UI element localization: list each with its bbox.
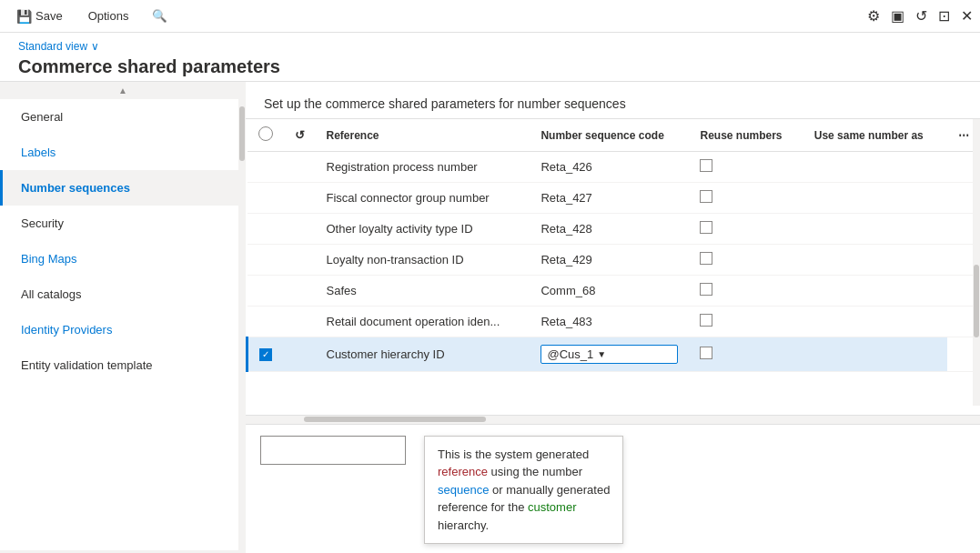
row-selected-checkbox[interactable]: ✓ bbox=[259, 348, 272, 361]
close-icon[interactable]: ✕ bbox=[961, 7, 973, 25]
sidebar-item-bing-maps[interactable]: Bing Maps bbox=[0, 241, 246, 276]
table-row: Loyalty non-transaction ID Reta_429 bbox=[248, 245, 981, 276]
tooltip-line1: This is the system generated bbox=[438, 447, 589, 461]
row-select-cell[interactable] bbox=[248, 214, 284, 245]
code-dropdown[interactable]: @Cus_1 ▼ bbox=[541, 345, 678, 364]
bottom-input[interactable] bbox=[260, 436, 406, 465]
row-same-cell bbox=[803, 337, 947, 372]
sidebar-item-label: All catalogs bbox=[21, 287, 81, 301]
horizontal-scrollbar[interactable] bbox=[246, 415, 980, 424]
title-bar-left: 💾 Save Options 🔍 bbox=[7, 5, 175, 27]
row-same-cell bbox=[803, 307, 947, 337]
row-refresh-cell[interactable] bbox=[284, 307, 316, 337]
table-row: Safes Comm_68 bbox=[248, 276, 981, 307]
sidebar-scroll-thumb bbox=[239, 106, 245, 161]
sidebar-list: General Labels Number sequences Security… bbox=[0, 99, 246, 550]
tooltip-customer: customer bbox=[528, 500, 576, 514]
panel-icon[interactable]: ▣ bbox=[891, 7, 904, 25]
search-icon: 🔍 bbox=[152, 9, 167, 23]
row-reuse-cell[interactable] bbox=[689, 245, 803, 276]
search-button[interactable]: 🔍 bbox=[145, 5, 175, 26]
row-refresh-cell[interactable] bbox=[284, 245, 316, 276]
row-code-cell: Reta_426 bbox=[530, 152, 689, 183]
sidebar-item-security[interactable]: Security bbox=[0, 206, 246, 241]
reuse-checkbox[interactable] bbox=[700, 283, 712, 296]
sidebar-item-labels[interactable]: Labels bbox=[0, 135, 246, 170]
row-refresh-cell[interactable] bbox=[284, 337, 316, 372]
table-scrollbar[interactable] bbox=[973, 119, 980, 406]
row-reuse-cell[interactable] bbox=[689, 337, 803, 372]
tooltip-sequence: sequence bbox=[438, 483, 489, 497]
tooltip-text: This is the system generated reference u… bbox=[438, 446, 610, 535]
select-all-radio[interactable] bbox=[258, 126, 273, 141]
dropdown-arrow-icon: ▼ bbox=[597, 349, 606, 359]
reuse-checkbox[interactable] bbox=[700, 252, 712, 265]
table-row: Fiscal connector group number Reta_427 bbox=[248, 183, 981, 214]
page-header: Standard view ∨ Commerce shared paramete… bbox=[0, 33, 980, 82]
sidebar-item-all-catalogs[interactable]: All catalogs bbox=[0, 276, 246, 312]
sidebar-item-general[interactable]: General bbox=[0, 99, 246, 135]
row-reuse-cell[interactable] bbox=[689, 307, 803, 337]
row-reference-cell: Fiscal connector group number bbox=[316, 183, 530, 214]
reuse-checkbox[interactable] bbox=[700, 221, 712, 234]
sidebar-item-identity-providers[interactable]: Identity Providers bbox=[0, 312, 246, 347]
main-layout: ▲ General Labels Number sequences Securi… bbox=[0, 82, 980, 553]
row-select-cell[interactable] bbox=[248, 183, 284, 214]
content-area: Set up the commerce shared parameters fo… bbox=[246, 82, 980, 553]
reuse-checkbox[interactable] bbox=[700, 314, 712, 327]
row-reuse-cell[interactable] bbox=[689, 276, 803, 307]
sidebar-scroll-up[interactable]: ▲ bbox=[0, 82, 246, 99]
row-select-cell[interactable] bbox=[248, 276, 284, 307]
tooltip-line6: reference for the bbox=[438, 500, 528, 514]
standard-view[interactable]: Standard view ∨ bbox=[18, 40, 962, 53]
row-code-cell[interactable]: @Cus_1 ▼ bbox=[530, 337, 689, 372]
col-reuse-numbers: Reuse numbers bbox=[689, 119, 803, 152]
row-refresh-cell[interactable] bbox=[284, 152, 316, 183]
sidebar-scrollbar[interactable] bbox=[238, 99, 246, 550]
popout-icon[interactable]: ⊡ bbox=[938, 7, 950, 25]
row-select-cell[interactable] bbox=[248, 245, 284, 276]
row-reference-cell: Loyalty non-transaction ID bbox=[316, 245, 530, 276]
row-code-cell: Comm_68 bbox=[530, 276, 689, 307]
row-reference-cell: Retail document operation iden... bbox=[316, 307, 530, 337]
row-reuse-cell[interactable] bbox=[689, 183, 803, 214]
row-reuse-cell[interactable] bbox=[689, 152, 803, 183]
title-bar-right: ⚙ ▣ ↺ ⊡ ✕ bbox=[867, 7, 973, 25]
col-reference: Reference bbox=[316, 119, 530, 152]
reuse-checkbox[interactable] bbox=[700, 159, 712, 172]
row-same-cell bbox=[803, 276, 947, 307]
content-description: Set up the commerce shared parameters fo… bbox=[264, 96, 962, 111]
sidebar: ▲ General Labels Number sequences Securi… bbox=[0, 82, 246, 553]
table-header: ↺ Reference Number sequence code Reuse n… bbox=[248, 119, 981, 152]
options-button[interactable]: Options bbox=[79, 5, 138, 26]
row-code-cell: Reta_428 bbox=[530, 214, 689, 245]
refresh-icon[interactable]: ↺ bbox=[915, 7, 927, 25]
save-icon: 💾 bbox=[16, 9, 32, 24]
row-reuse-cell[interactable] bbox=[689, 214, 803, 245]
row-refresh-cell[interactable] bbox=[284, 276, 316, 307]
row-select-cell[interactable] bbox=[248, 307, 284, 337]
reuse-checkbox[interactable] bbox=[700, 347, 712, 359]
row-reference-cell: Registration process number bbox=[316, 152, 530, 183]
table-scroll-area: ↺ Reference Number sequence code Reuse n… bbox=[246, 119, 980, 415]
sidebar-item-label: General bbox=[21, 110, 63, 124]
tooltip-hierarchy: hierarchy. bbox=[438, 518, 489, 532]
chevron-down-icon: ∨ bbox=[91, 40, 99, 53]
reuse-checkbox[interactable] bbox=[700, 190, 712, 203]
row-code-cell: Reta_483 bbox=[530, 307, 689, 337]
tooltip-reference: reference bbox=[438, 465, 488, 478]
row-select-cell[interactable]: ✓ bbox=[248, 337, 284, 372]
settings-icon[interactable]: ⚙ bbox=[867, 7, 880, 25]
row-refresh-cell[interactable] bbox=[284, 214, 316, 245]
refresh-header-icon[interactable]: ↺ bbox=[295, 128, 305, 142]
save-button[interactable]: 💾 Save bbox=[7, 5, 72, 27]
row-refresh-cell[interactable] bbox=[284, 183, 316, 214]
sidebar-item-entity-validation-template[interactable]: Entity validation template bbox=[0, 347, 246, 383]
row-select-cell[interactable] bbox=[248, 152, 284, 183]
row-same-cell bbox=[803, 214, 947, 245]
sidebar-item-label: Entity validation template bbox=[21, 358, 153, 372]
table-row: Other loyalty activity type ID Reta_428 bbox=[248, 214, 981, 245]
sidebar-item-number-sequences[interactable]: Number sequences bbox=[0, 170, 246, 206]
table-row-selected: ✓ Customer hierarchy ID @Cus_1 ▼ bbox=[248, 337, 981, 372]
bottom-section: This is the system generated reference u… bbox=[246, 424, 980, 554]
